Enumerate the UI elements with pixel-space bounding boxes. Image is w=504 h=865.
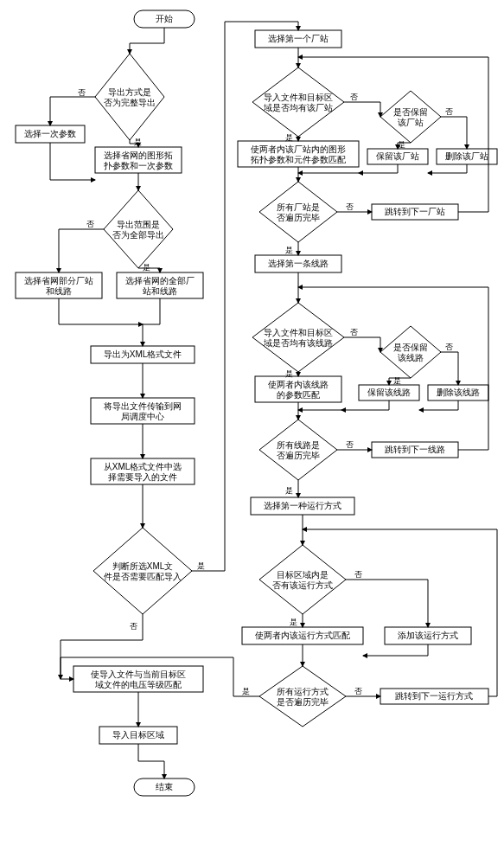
svg-text:否: 否 bbox=[346, 202, 354, 211]
svg-text:站和线路: 站和线路 bbox=[143, 286, 177, 296]
svg-text:导出范围是: 导出范围是 bbox=[117, 220, 160, 229]
svg-text:择需要导入的文件: 择需要导入的文件 bbox=[108, 472, 177, 482]
svg-text:否有该运行方式: 否有该运行方式 bbox=[272, 580, 333, 590]
svg-text:否为完整导出: 否为完整导出 bbox=[104, 98, 156, 107]
svg-text:否遍历完毕: 否遍历完毕 bbox=[277, 213, 320, 222]
terminal-end-label: 结束 bbox=[156, 782, 173, 791]
svg-text:使两者内该厂站内的图形: 使两者内该厂站内的图形 bbox=[251, 144, 346, 154]
svg-text:跳转到下一运行方式: 跳转到下一运行方式 bbox=[395, 691, 473, 701]
svg-text:选择第一条线路: 选择第一条线路 bbox=[268, 259, 329, 268]
svg-text:将导出文件传输到网: 将导出文件传输到网 bbox=[103, 401, 182, 411]
svg-text:导入目标区域: 导入目标区域 bbox=[112, 730, 164, 740]
svg-text:该厂站: 该厂站 bbox=[398, 118, 424, 127]
svg-text:使两者内该线路: 使两者内该线路 bbox=[268, 380, 329, 389]
svg-text:是: 是 bbox=[285, 369, 293, 378]
svg-text:跳转到下一线路: 跳转到下一线路 bbox=[385, 445, 445, 454]
terminal-start-label: 开始 bbox=[156, 14, 173, 23]
svg-text:的参数匹配: 的参数匹配 bbox=[277, 390, 320, 400]
svg-text:否: 否 bbox=[78, 88, 86, 97]
svg-text:删除该线路: 删除该线路 bbox=[437, 388, 480, 397]
svg-text:域是否均有该线路: 域是否均有该线路 bbox=[263, 338, 333, 348]
svg-text:是否遍历完毕: 是否遍历完毕 bbox=[277, 697, 329, 707]
svg-text:使两者内该运行方式匹配: 使两者内该运行方式匹配 bbox=[255, 631, 350, 640]
svg-text:导入文件和目标区: 导入文件和目标区 bbox=[264, 328, 333, 337]
svg-text:是: 是 bbox=[290, 618, 297, 626]
svg-text:目标区域内是: 目标区域内是 bbox=[277, 570, 329, 580]
svg-text:选择省网的图形拓: 选择省网的图形拓 bbox=[104, 151, 173, 160]
svg-text:否: 否 bbox=[86, 220, 94, 228]
svg-text:是: 是 bbox=[143, 263, 150, 272]
svg-text:导出为XML格式文件: 导出为XML格式文件 bbox=[104, 349, 182, 359]
svg-text:导出方式是: 导出方式是 bbox=[108, 87, 151, 97]
svg-text:否遍历完毕: 否遍历完毕 bbox=[277, 451, 320, 460]
svg-text:否: 否 bbox=[354, 570, 362, 579]
svg-text:所有运行方式: 所有运行方式 bbox=[277, 687, 329, 696]
svg-text:是: 是 bbox=[285, 246, 293, 254]
svg-text:保留该线路: 保留该线路 bbox=[367, 388, 411, 397]
svg-text:保留该厂站: 保留该厂站 bbox=[376, 151, 419, 161]
svg-text:判断所选XML文: 判断所选XML文 bbox=[112, 561, 174, 571]
svg-text:所有线路是: 所有线路是 bbox=[277, 440, 320, 450]
svg-text:否: 否 bbox=[130, 622, 137, 631]
svg-text:选择省网部分厂站: 选择省网部分厂站 bbox=[24, 276, 93, 285]
svg-text:否: 否 bbox=[346, 440, 354, 449]
svg-text:使导入文件与当前目标区: 使导入文件与当前目标区 bbox=[91, 670, 186, 679]
svg-text:选择一次参数: 选择一次参数 bbox=[24, 129, 76, 138]
svg-text:选择省网的全部厂: 选择省网的全部厂 bbox=[125, 276, 195, 285]
svg-text:否为全部导出: 否为全部导出 bbox=[112, 230, 164, 240]
svg-text:所有厂站是: 所有厂站是 bbox=[277, 202, 320, 212]
svg-text:是: 是 bbox=[393, 376, 401, 385]
svg-text:添加该运行方式: 添加该运行方式 bbox=[398, 631, 458, 640]
svg-text:是: 是 bbox=[242, 687, 250, 695]
svg-text:是: 是 bbox=[197, 561, 205, 570]
svg-text:选择第一个厂站: 选择第一个厂站 bbox=[268, 34, 329, 43]
svg-text:是: 是 bbox=[398, 140, 405, 149]
svg-text:和线路: 和线路 bbox=[46, 286, 72, 296]
svg-text:是否保留: 是否保留 bbox=[393, 343, 428, 352]
flowchart: 开始 导出方式是 否为完整导出 选择一次参数 选择省网的图形拓 扑参数和一次参数… bbox=[0, 0, 504, 865]
svg-text:扑参数和一次参数: 扑参数和一次参数 bbox=[103, 161, 173, 170]
svg-text:是: 是 bbox=[285, 133, 293, 142]
svg-text:域文件的电压等级匹配: 域文件的电压等级匹配 bbox=[94, 680, 182, 689]
svg-text:否: 否 bbox=[445, 343, 453, 351]
svg-text:局调度中心: 局调度中心 bbox=[121, 412, 164, 421]
svg-text:否: 否 bbox=[350, 328, 358, 336]
svg-text:域是否均有该厂站: 域是否均有该厂站 bbox=[263, 103, 333, 112]
svg-text:跳转到下一厂站: 跳转到下一厂站 bbox=[385, 207, 445, 216]
svg-text:选择第一种运行方式: 选择第一种运行方式 bbox=[264, 501, 341, 510]
svg-text:否: 否 bbox=[354, 687, 362, 695]
svg-text:导入文件和目标区: 导入文件和目标区 bbox=[264, 93, 333, 102]
svg-text:是否保留: 是否保留 bbox=[393, 107, 428, 117]
svg-text:从XML格式文件中选: 从XML格式文件中选 bbox=[104, 462, 182, 471]
svg-text:拓扑参数和元件参数匹配: 拓扑参数和元件参数匹配 bbox=[250, 155, 346, 164]
svg-text:删除该厂站: 删除该厂站 bbox=[445, 151, 488, 161]
svg-text:否: 否 bbox=[445, 107, 453, 116]
svg-text:是: 是 bbox=[285, 486, 293, 495]
svg-text:否: 否 bbox=[350, 93, 358, 101]
svg-text:是: 是 bbox=[134, 138, 142, 146]
svg-text:件是否需要匹配导入: 件是否需要匹配导入 bbox=[104, 572, 182, 581]
svg-text:该线路: 该线路 bbox=[398, 353, 424, 362]
